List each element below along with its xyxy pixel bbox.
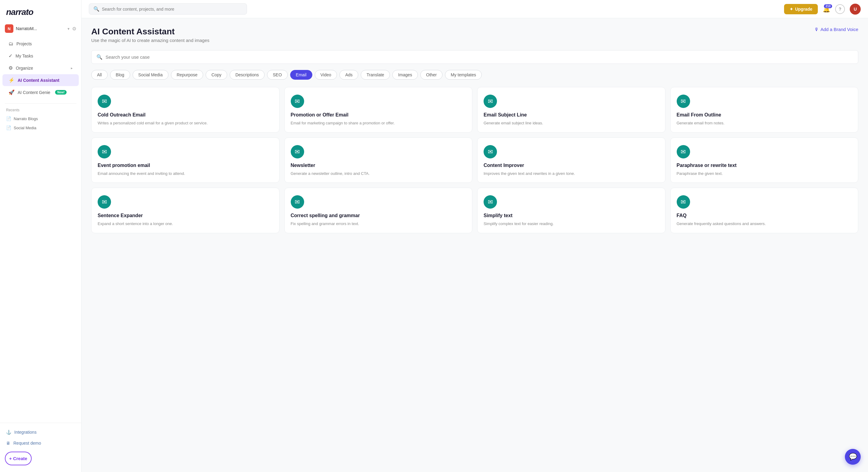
workspace-selector[interactable]: N NarratoM... ▾ ⚙ (0, 22, 81, 35)
recents-label: Recents (0, 106, 81, 114)
email-icon: ✉ (98, 195, 111, 209)
logo-area: narrato (0, 0, 81, 22)
email-icon: ✉ (677, 145, 690, 158)
upgrade-label: Upgrade (795, 7, 812, 11)
mic-icon: 🎙 (814, 27, 819, 32)
sidebar-nav: 🗂 Projects ✓ My Tasks ⚙ Organize ▸ ⚡ AI … (0, 35, 81, 101)
template-card-sentence-expander[interactable]: ✉ Sentence Expander Expand a short sente… (91, 188, 279, 233)
card-title: Simplify text (484, 213, 659, 218)
sidebar-bottom: ⚓ Integrations 🖥 Request demo + Create (0, 423, 81, 472)
use-case-search-bar[interactable]: 🔍 (91, 50, 858, 64)
page-subtitle: Use the magic of AI to create amazing co… (91, 38, 210, 43)
use-case-search-input[interactable] (105, 55, 853, 60)
filter-tab-repurpose[interactable]: Repurpose (171, 70, 204, 80)
template-card-event-promotion-email[interactable]: ✉ Event promotion email Email announcing… (91, 137, 279, 183)
new-badge: New! (55, 90, 67, 95)
template-card-email-from-outline[interactable]: ✉ Email From Outline Generate email from… (670, 87, 859, 133)
template-card-promotion-or-offer-email[interactable]: ✉ Promotion or Offer Email Email for mar… (284, 87, 473, 133)
sidebar-item-label: Organize (16, 66, 33, 70)
filter-tab-translate[interactable]: Translate (361, 70, 390, 80)
upgrade-button[interactable]: ✦ Upgrade (784, 4, 818, 14)
recents-item-social-media[interactable]: 📄 Social Media (0, 123, 81, 132)
filter-tab-social-media[interactable]: Social Media (133, 70, 168, 80)
sidebar-item-organize[interactable]: ⚙ Organize ▸ (2, 62, 79, 74)
create-button[interactable]: + Create (5, 452, 32, 465)
email-icon: ✉ (291, 95, 304, 108)
filter-tab-video[interactable]: Video (315, 70, 337, 80)
sidebar-item-my-tasks[interactable]: ✓ My Tasks (2, 50, 79, 62)
card-desc: Generate email from notes. (677, 120, 852, 126)
filter-tab-seo[interactable]: SEO (267, 70, 288, 80)
doc-icon: 📄 (6, 116, 11, 121)
page-title-area: AI Content Assistant Use the magic of AI… (91, 27, 210, 43)
request-demo-label: Request demo (13, 441, 41, 445)
template-card-faq[interactable]: ✉ FAQ Generate frequently asked question… (670, 188, 859, 233)
chat-button[interactable]: 💬 (845, 449, 861, 465)
card-title: Correct spelling and grammar (291, 213, 466, 218)
integrations-item[interactable]: ⚓ Integrations (0, 427, 81, 438)
filter-tab-copy[interactable]: Copy (206, 70, 227, 80)
card-desc: Generate email subject line ideas. (484, 120, 659, 126)
filter-tab-images[interactable]: Images (392, 70, 418, 80)
genie-icon: 🚀 (8, 89, 14, 95)
recents-item-narrato-blogs[interactable]: 📄 Narrato Blogs (0, 114, 81, 123)
filter-tab-all[interactable]: All (91, 70, 108, 80)
email-icon: ✉ (484, 145, 497, 158)
chevron-down-icon: ▾ (67, 27, 70, 31)
sidebar-item-label: AI Content Genie (18, 90, 50, 95)
main-area: 🔍 ✦ Upgrade 🔔 210 ? U AI Content Assista… (82, 0, 868, 472)
card-title: Paraphrase or rewrite text (677, 163, 852, 168)
help-button[interactable]: ? (835, 4, 845, 14)
card-title: Cold Outreach Email (98, 112, 273, 118)
doc-icon: 📄 (6, 125, 11, 130)
card-desc: Email announcing the event and inviting … (98, 170, 273, 177)
email-icon: ✉ (291, 145, 304, 158)
workspace-avatar: N (5, 24, 13, 33)
card-desc: Fix spelling and grammar errors in text. (291, 221, 466, 227)
template-card-simplify-text[interactable]: ✉ Simplify text Simplify complex text fo… (477, 188, 665, 233)
template-card-cold-outreach-email[interactable]: ✉ Cold Outreach Email Writes a personali… (91, 87, 279, 133)
search-icon: 🔍 (93, 6, 99, 12)
organize-icon: ⚙ (8, 65, 13, 71)
templates-grid: ✉ Cold Outreach Email Writes a personali… (91, 87, 858, 233)
card-title: Email Subject Line (484, 112, 659, 118)
user-avatar[interactable]: U (850, 4, 861, 14)
notification-badge: 210 (824, 4, 832, 8)
card-desc: Expand a short sentence into a longer on… (98, 221, 273, 227)
recents-item-label: Narrato Blogs (14, 117, 38, 121)
card-desc: Generate a newsletter outline, intro and… (291, 170, 466, 177)
sidebar-item-label: AI Content Assistant (18, 78, 59, 83)
template-card-correct-spelling-and-grammar[interactable]: ✉ Correct spelling and grammar Fix spell… (284, 188, 473, 233)
filter-tab-ads[interactable]: Ads (339, 70, 358, 80)
template-card-newsletter[interactable]: ✉ Newsletter Generate a newsletter outli… (284, 137, 473, 183)
topbar: 🔍 ✦ Upgrade 🔔 210 ? U (82, 0, 868, 18)
settings-icon[interactable]: ⚙ (72, 26, 76, 32)
sidebar-item-projects[interactable]: 🗂 Projects (2, 38, 79, 50)
add-brand-voice-button[interactable]: 🎙 Add a Brand Voice (814, 27, 858, 32)
template-card-content-improver[interactable]: ✉ Content Improver Improves the given te… (477, 137, 665, 183)
filter-tab-my-templates[interactable]: My templates (445, 70, 482, 80)
workspace-name: NarratoM... (16, 26, 65, 31)
request-demo-item[interactable]: 🖥 Request demo (0, 438, 81, 448)
email-icon: ✉ (677, 95, 690, 108)
app-logo: narrato (6, 7, 75, 17)
email-icon: ✉ (484, 195, 497, 209)
sidebar-item-label: Projects (17, 41, 32, 46)
brand-voice-label: Add a Brand Voice (820, 27, 858, 32)
notifications-button[interactable]: 🔔 210 (823, 5, 830, 13)
template-card-email-subject-line[interactable]: ✉ Email Subject Line Generate email subj… (477, 87, 665, 133)
email-icon: ✉ (98, 95, 111, 108)
filter-tabs: All Blog Social Media Repurpose Copy Des… (91, 70, 858, 80)
global-search-bar[interactable]: 🔍 (89, 3, 247, 14)
search-icon: 🔍 (96, 54, 102, 60)
global-search-input[interactable] (102, 7, 242, 11)
filter-tab-blog[interactable]: Blog (110, 70, 130, 80)
sidebar-item-ai-content-genie[interactable]: 🚀 AI Content Genie New! (2, 86, 79, 98)
sidebar-item-ai-content-assistant[interactable]: ⚡ AI Content Assistant (2, 74, 79, 86)
card-title: Sentence Expander (98, 213, 273, 218)
filter-tab-other[interactable]: Other (420, 70, 442, 80)
filter-tab-email[interactable]: Email (290, 70, 312, 80)
filter-tab-descriptions[interactable]: Descriptions (229, 70, 265, 80)
recents-item-label: Social Media (14, 126, 36, 130)
template-card-paraphrase-or-rewrite-text[interactable]: ✉ Paraphrase or rewrite text Paraphrase … (670, 137, 859, 183)
